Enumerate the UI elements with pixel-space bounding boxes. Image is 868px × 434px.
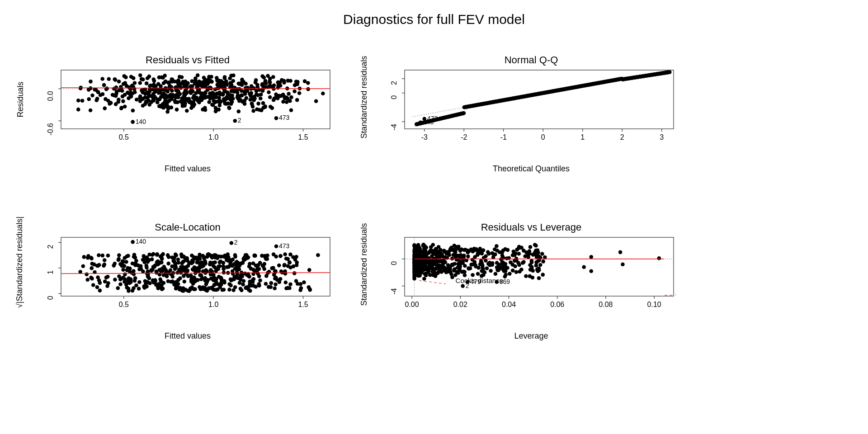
svg-point-2323 [497, 263, 501, 267]
svg-point-605 [152, 99, 156, 103]
svg-point-1493 [256, 272, 260, 276]
svg-text:140: 140 [136, 118, 146, 125]
svg-point-573 [123, 104, 127, 108]
svg-point-2335 [528, 263, 532, 267]
svg-point-1688 [137, 267, 142, 271]
svg-point-524 [285, 95, 289, 99]
svg-point-1791 [203, 259, 207, 264]
svg-point-1844 [147, 258, 151, 262]
svg-point-1840 [205, 280, 209, 284]
svg-text:140: 140 [136, 238, 146, 245]
svg-point-1723 [177, 268, 181, 272]
svg-point-1799 [210, 255, 214, 259]
svg-point-2070 [501, 256, 505, 260]
svg-text:0.06: 0.06 [550, 301, 564, 308]
svg-point-1424 [121, 268, 125, 272]
svg-point-1632 [85, 272, 89, 276]
svg-point-365 [203, 108, 208, 112]
svg-point-1649 [295, 260, 299, 264]
svg-point-2220 [478, 262, 482, 266]
svg-point-464 [138, 81, 142, 85]
svg-point-521 [282, 79, 286, 83]
svg-point-2345 [438, 259, 442, 263]
svg-point-1807 [116, 286, 120, 290]
svg-point-2378 [466, 250, 470, 255]
svg-point-1816 [198, 285, 202, 289]
svg-point-2387 [424, 245, 428, 250]
svg-point-516 [93, 88, 97, 92]
svg-point-2137 [462, 254, 466, 258]
svg-point-1590 [90, 266, 94, 270]
svg-point-1699 [197, 269, 201, 273]
svg-point-542 [215, 83, 219, 87]
svg-point-593 [272, 83, 276, 87]
svg-point-587 [225, 83, 229, 87]
svg-text:0: 0 [390, 95, 398, 99]
svg-point-562 [240, 94, 244, 98]
svg-point-1737 [86, 256, 90, 260]
svg-point-2352 [468, 266, 472, 270]
svg-point-2443 [589, 255, 593, 259]
svg-point-1593 [127, 289, 131, 293]
svg-point-1679 [136, 264, 140, 268]
svg-point-1620 [274, 255, 278, 259]
svg-point-1510 [178, 276, 182, 280]
svg-point-1783 [227, 265, 231, 269]
svg-point-1703 [299, 286, 303, 290]
svg-point-2419 [415, 263, 419, 267]
svg-point-49 [185, 109, 189, 113]
svg-point-1311 [82, 255, 86, 259]
svg-point-564 [256, 93, 260, 97]
svg-point-609 [228, 96, 232, 100]
svg-point-1713 [217, 260, 222, 264]
svg-point-1376 [288, 260, 292, 264]
svg-point-1826 [188, 261, 192, 265]
svg-point-1706 [160, 257, 164, 261]
svg-point-1750 [201, 287, 205, 291]
svg-point-2306 [481, 269, 486, 274]
svg-point-603 [184, 89, 188, 93]
svg-point-556 [214, 95, 218, 99]
svg-point-550 [138, 94, 142, 99]
svg-point-1565 [263, 255, 267, 259]
svg-point-1575 [307, 268, 311, 272]
svg-point-2364 [421, 264, 425, 268]
svg-point-2424 [517, 252, 521, 256]
svg-point-103 [175, 108, 179, 112]
svg-point-2331 [412, 243, 416, 247]
svg-point-1759 [194, 279, 198, 283]
svg-point-2429 [434, 266, 439, 270]
svg-point-1781 [244, 286, 248, 290]
svg-point-561 [158, 91, 162, 95]
svg-point-427 [112, 87, 116, 91]
svg-point-1773 [283, 263, 287, 267]
svg-point-2332 [511, 269, 515, 273]
svg-point-1457 [283, 272, 288, 276]
svg-point-209 [76, 99, 80, 103]
svg-text:-4: -4 [390, 124, 398, 130]
svg-text:0.5: 0.5 [119, 133, 129, 141]
svg-point-1833 [198, 262, 202, 266]
svg-text:1.5: 1.5 [298, 301, 308, 308]
svg-point-437 [188, 90, 192, 94]
svg-point-2449 [461, 284, 465, 288]
svg-point-1671 [137, 287, 141, 291]
svg-point-2338 [493, 253, 497, 257]
svg-point-2354 [431, 243, 435, 247]
svg-text:0.0: 0.0 [47, 91, 54, 101]
svg-point-1775 [145, 266, 149, 270]
svg-point-2451 [495, 280, 499, 284]
svg-point-1784 [211, 277, 215, 281]
svg-point-604 [180, 102, 184, 106]
svg-point-509 [199, 84, 203, 88]
svg-point-1613 [174, 264, 178, 268]
svg-text:0.5: 0.5 [675, 292, 676, 299]
svg-point-2444 [618, 250, 623, 255]
svg-point-2136 [517, 246, 521, 250]
svg-point-575 [147, 90, 151, 94]
svg-point-1820 [231, 258, 235, 262]
svg-text:1: 1 [47, 270, 54, 274]
svg-point-1460 [81, 264, 85, 268]
svg-point-367 [231, 79, 235, 83]
svg-point-1547 [233, 285, 237, 289]
